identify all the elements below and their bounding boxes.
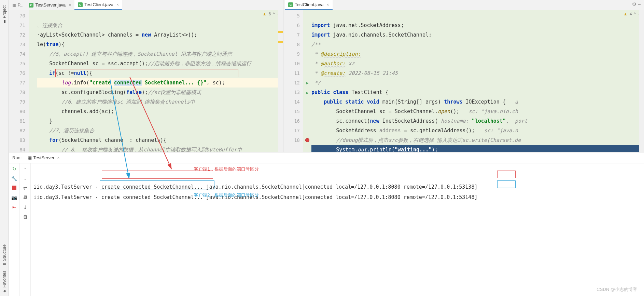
camera-icon[interactable]: 📷 [11, 195, 17, 200]
editor-pane-right: CTestClient.java× 5678910111213141516171… [283, 0, 644, 152]
code-area-left[interactable]: 707172737475767778798081828384 、连接集合 ·ay… [9, 10, 283, 152]
editor-status-right: ▲4 ^ ⌄ [624, 12, 641, 16]
run-gutter: ▶ ▶ [303, 10, 311, 152]
left-sidebar: ▮Project ⠿Structure ★Favorites [0, 0, 9, 296]
annotation-redbox-port1 [497, 171, 516, 178]
print-icon[interactable]: 🖶 [23, 195, 28, 200]
run-tab-testserver[interactable]: ▦TestServer× [26, 155, 61, 160]
annotation-redbox-code [55, 69, 238, 77]
java-icon: C [288, 2, 293, 7]
annotation-text-client1: 客户端1，根据后面的端口号区分 [194, 164, 259, 174]
code-area-right[interactable]: 56789101112131415161718 ▶ ▶ import java.… [283, 10, 644, 152]
java-icon: C [78, 2, 83, 7]
gear-icon[interactable]: ⚙ – [632, 1, 641, 7]
tab-testclient-left[interactable]: CTestClient.java× [74, 0, 122, 10]
breakpoint-icon[interactable] [305, 138, 309, 142]
editor-pane-left: ▦P... CTestServer.java× CTestClient.java… [9, 0, 283, 152]
run-toolbar-primary: ↻ 🔧 📷 ⇤ [9, 163, 20, 296]
annotation-text-client2: 客户端2，根据后面的端口号区分 [194, 190, 259, 200]
run-icon[interactable]: ▶ [306, 91, 309, 95]
trash-icon[interactable]: 🗑 [23, 214, 28, 219]
tab-testclient-right[interactable]: CTestClient.java× [285, 0, 333, 10]
java-icon: C [29, 3, 33, 8]
close-icon[interactable]: × [116, 2, 119, 7]
wrap-icon[interactable]: ⇄ [23, 185, 27, 191]
down-icon[interactable]: ↓ [24, 176, 26, 181]
close-icon[interactable]: × [327, 2, 329, 7]
marker-strip[interactable] [278, 10, 283, 152]
run-label: Run: [12, 155, 22, 160]
line-gutter: 707172737475767778798081828384 [9, 10, 29, 152]
close-icon[interactable]: × [57, 156, 60, 160]
project-tab[interactable]: ▮Project [1, 3, 8, 27]
up-icon[interactable]: ↑ [24, 166, 26, 172]
scroll-icon[interactable]: ⤓ [23, 204, 27, 210]
marker-strip[interactable] [639, 10, 644, 152]
run-panel: Run: ▦TestServer× ⚙ – ↻ 🔧 📷 ⇤ ↑ ↓ ⇄ 🖶 [9, 152, 644, 296]
run-icon[interactable]: ▶ [306, 81, 309, 85]
code-body-right[interactable]: import java.net.SocketAddress; import ja… [311, 10, 639, 152]
tab-testserver[interactable]: CTestServer.java× [25, 0, 74, 10]
warning-icon: ▲ [263, 12, 267, 16]
wrench-icon[interactable]: 🔧 [11, 176, 17, 181]
line-gutter: 56789101112131415161718 [283, 10, 303, 152]
annotation-bluebox-port2 [497, 180, 516, 188]
close-icon[interactable]: × [69, 3, 71, 8]
rerun-icon[interactable]: ↻ [12, 166, 16, 172]
code-body-left[interactable]: 、连接集合 ·ayList<SocketChannel> channels = … [37, 10, 278, 152]
star-icon: ★ [2, 289, 6, 293]
tabs-bar-right: CTestClient.java× [283, 0, 644, 10]
editor-status-left: ▲6 ^ ⌄ [263, 12, 280, 16]
stop-icon[interactable] [12, 185, 16, 191]
run-header: Run: ▦TestServer× ⚙ – [9, 152, 644, 163]
annotation-bluebox-console2 [100, 180, 214, 189]
tab-collapsed[interactable]: ▦P... [10, 0, 25, 10]
console-output[interactable]: iio.day3.TestServer - create connected S… [31, 163, 644, 296]
app-icon: ▦ [28, 155, 32, 160]
tabs-bar-left: ▦P... CTestServer.java× CTestClient.java… [9, 0, 283, 10]
watermark: CSDN @小志的博客 [597, 286, 637, 293]
structure-icon: ⠿ [2, 263, 6, 265]
exit-icon[interactable]: ⇤ [12, 204, 16, 210]
run-toolbar-secondary: ↑ ↓ ⇄ 🖶 ⤓ 🗑 [20, 163, 31, 296]
structure-tab[interactable]: ⠿Structure [1, 242, 8, 268]
folder-icon: ▮ [2, 19, 6, 24]
warning-icon: ▲ [624, 12, 628, 16]
favorites-tab[interactable]: ★Favorites [1, 268, 8, 296]
file-icon: ▦ [12, 3, 16, 8]
